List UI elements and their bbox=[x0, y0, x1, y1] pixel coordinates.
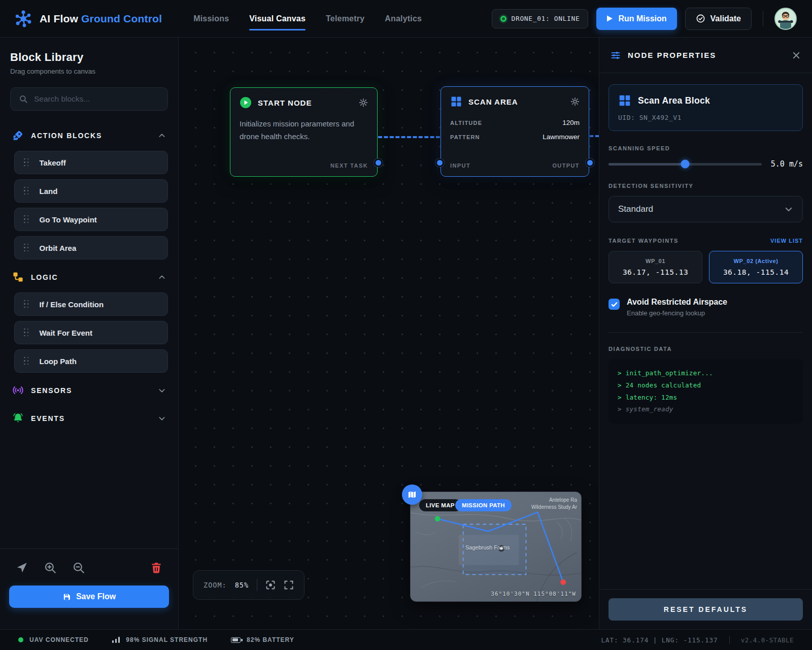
properties-title: NODE PROPERTIES bbox=[628, 51, 716, 59]
node-scan-params: ALTITUDE 120m PATTERN Lawnmower bbox=[441, 113, 589, 141]
play-circle-icon bbox=[240, 96, 252, 109]
flow-canvas[interactable]: START NODE Initializes mission parameter… bbox=[179, 38, 599, 629]
gear-icon[interactable] bbox=[570, 97, 580, 106]
map-icon bbox=[407, 490, 417, 500]
scanning-speed-value: 5.0 m/s bbox=[771, 159, 803, 169]
block-item-orbit-area[interactable]: Orbit Area bbox=[14, 236, 168, 259]
section-sensors[interactable]: SENSORS bbox=[10, 380, 168, 401]
block-item-if-else[interactable]: If / Else Condition bbox=[14, 292, 168, 316]
waypoints-header: TARGET WAYPOINTS VIEW LIST bbox=[608, 238, 803, 244]
search-input[interactable] bbox=[34, 94, 159, 104]
reset-defaults-button[interactable]: RESET DEFAULTS bbox=[608, 598, 803, 621]
param-value: Lawnmower bbox=[543, 133, 580, 141]
live-map[interactable]: LIVE MAP MISSION PATH Antelope Ra Wilder… bbox=[410, 492, 582, 602]
map-place-label: Sagebrush Farms bbox=[465, 544, 510, 550]
run-mission-button[interactable]: Run Mission bbox=[596, 8, 676, 30]
waypoint-card-wp02[interactable]: WP_02 (Active) 36.18, -115.14 bbox=[709, 251, 803, 283]
nav-missions[interactable]: Missions bbox=[193, 0, 229, 38]
map-coordinates: 36°10'30"N 115°08'11"W bbox=[491, 591, 576, 597]
properties-footer: RESET DEFAULTS bbox=[599, 589, 812, 629]
block-item-go-to-waypoint[interactable]: Go To Waypoint bbox=[14, 208, 168, 231]
port-scan-output[interactable] bbox=[586, 158, 594, 167]
sensitivity-value: Standard bbox=[618, 204, 653, 214]
map-badge-button[interactable] bbox=[402, 484, 422, 505]
gps-coordinates: LAT: 36.174 | LNG: -115.137 bbox=[601, 636, 718, 644]
validate-button[interactable]: Validate bbox=[685, 8, 752, 30]
block-item-label: Orbit Area bbox=[40, 244, 77, 252]
sidebar-title: Block Library bbox=[10, 51, 168, 64]
node-title: START NODE bbox=[258, 99, 312, 107]
save-flow-button[interactable]: Save Flow bbox=[9, 586, 169, 608]
section-action-blocks[interactable]: ACTION BLOCKS bbox=[10, 125, 168, 146]
focus-target-icon[interactable] bbox=[265, 580, 276, 590]
section-label: SENSORS bbox=[31, 386, 72, 395]
scanning-speed-slider[interactable] bbox=[608, 163, 762, 166]
avoid-airspace-checkbox[interactable] bbox=[608, 299, 620, 310]
port-scan-input[interactable] bbox=[435, 158, 444, 167]
check-circle-icon bbox=[696, 14, 705, 23]
param-value: 120m bbox=[562, 119, 580, 126]
main-nav: Missions Visual Canvas Telemetry Analyti… bbox=[193, 0, 422, 38]
waypoint-card-wp01[interactable]: WP_01 36.17, -115.13 bbox=[608, 251, 702, 283]
brand-name-secondary: Ground Control bbox=[81, 13, 162, 24]
mission-path-chip[interactable]: MISSION PATH bbox=[455, 499, 512, 511]
battery-status-text: 82% BATTERY bbox=[247, 636, 294, 643]
airspace-option: Avoid Restricted Airspace Enable geo-fen… bbox=[608, 298, 803, 317]
terminal-line: > latency: 12ms bbox=[618, 392, 794, 404]
drag-handle-icon bbox=[24, 357, 29, 366]
fullscreen-icon[interactable] bbox=[284, 580, 294, 590]
block-item-label: Loop Path bbox=[40, 357, 77, 366]
scanning-speed-thumb[interactable] bbox=[681, 160, 689, 169]
app-root: AI FlowGround Control Missions Visual Ca… bbox=[0, 0, 812, 650]
sensitivity-label: DETECTION SENSITIVITY bbox=[608, 183, 803, 189]
trash-icon[interactable] bbox=[150, 561, 163, 574]
rocket-icon bbox=[12, 129, 24, 141]
node-scan-area[interactable]: SCAN AREA ALTITUDE 120m PA bbox=[441, 86, 589, 177]
zoom-out-icon[interactable] bbox=[72, 561, 85, 574]
section-events[interactable]: EVENTS bbox=[10, 408, 168, 429]
waypoints-grid: WP_01 36.17, -115.13 WP_02 (Active) 36.1… bbox=[608, 251, 803, 283]
zoom-in-icon[interactable] bbox=[44, 561, 57, 574]
node-start[interactable]: START NODE Initializes mission parameter… bbox=[230, 87, 378, 177]
airspace-title: Avoid Restricted Airspace bbox=[627, 298, 727, 307]
port-start-output[interactable] bbox=[374, 158, 383, 167]
section-logic[interactable]: LOGIC bbox=[10, 267, 168, 287]
gear-icon[interactable] bbox=[359, 98, 368, 107]
chevron-up-icon bbox=[158, 273, 166, 281]
block-item-wait-for-event[interactable]: Wait For Event bbox=[14, 321, 168, 344]
waypoint-coords: 36.17, -115.13 bbox=[614, 268, 697, 276]
selected-block-card: Scan Area Block UID: SN_X492_V1 bbox=[608, 84, 803, 131]
view-list-link[interactable]: VIEW LIST bbox=[770, 238, 803, 244]
node-start-header: START NODE bbox=[230, 88, 377, 114]
edge-scan-output bbox=[590, 135, 599, 137]
block-item-label: Takeoff bbox=[40, 158, 66, 167]
app-header: AI FlowGround Control Missions Visual Ca… bbox=[0, 0, 812, 38]
sliders-icon bbox=[611, 50, 621, 60]
block-item-loop-path[interactable]: Loop Path bbox=[14, 349, 168, 373]
live-map-widget: LIVE MAP MISSION PATH Antelope Ra Wilder… bbox=[410, 492, 582, 602]
close-icon[interactable] bbox=[792, 51, 801, 60]
node-scan-footer: INPUT OUTPUT bbox=[450, 162, 580, 169]
nav-telemetry[interactable]: Telemetry bbox=[326, 0, 364, 38]
status-right: LAT: 36.174 | LNG: -115.137 v2.4.0-STABL… bbox=[601, 636, 794, 644]
pan-cursor-icon[interactable] bbox=[15, 561, 28, 574]
port-label-input: INPUT bbox=[450, 162, 470, 169]
sidebar-subtitle: Drag components to canvas bbox=[10, 68, 168, 75]
nav-visual-canvas[interactable]: Visual Canvas bbox=[249, 0, 306, 38]
drag-handle-icon bbox=[24, 244, 29, 252]
user-avatar[interactable] bbox=[774, 8, 797, 30]
param-row-pattern: PATTERN Lawnmower bbox=[450, 133, 580, 141]
block-item-takeoff[interactable]: Takeoff bbox=[14, 151, 168, 174]
block-item-land[interactable]: Land bbox=[14, 179, 168, 203]
node-title: SCAN AREA bbox=[468, 98, 518, 106]
nav-analytics[interactable]: Analytics bbox=[385, 0, 422, 38]
waypoint-name: WP_01 bbox=[614, 258, 697, 264]
brand: AI FlowGround Control bbox=[13, 9, 162, 29]
edge-start-to-scan bbox=[378, 136, 440, 138]
battery-icon bbox=[231, 637, 241, 643]
sensitivity-select[interactable]: Standard bbox=[608, 196, 803, 222]
terminal-line: > 24 nodes calculated bbox=[618, 379, 794, 392]
block-search bbox=[10, 87, 168, 111]
zoom-divider bbox=[257, 579, 257, 591]
run-mission-label: Run Mission bbox=[618, 14, 666, 23]
